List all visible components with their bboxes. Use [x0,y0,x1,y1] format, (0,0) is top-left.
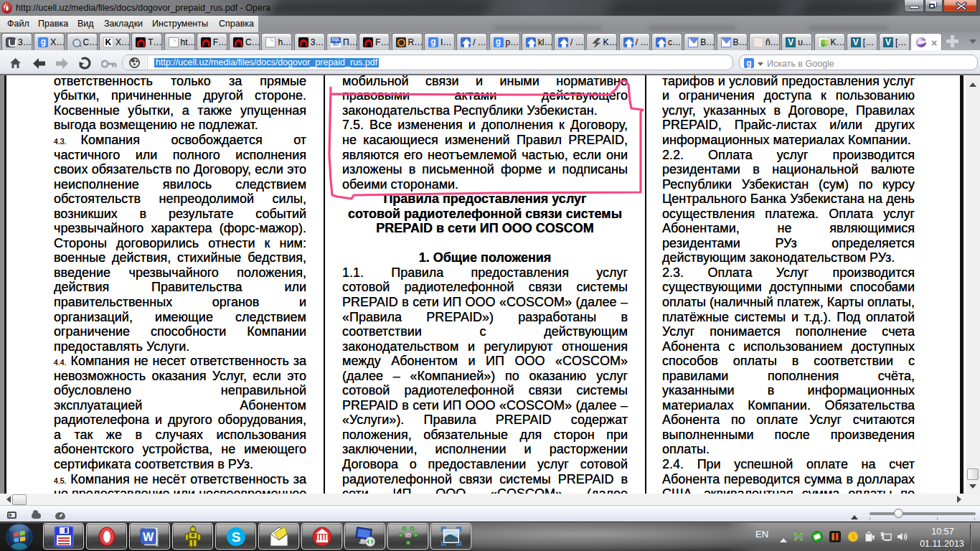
svg-text:S: S [232,529,241,545]
svg-text:IB: IB [405,532,413,539]
svg-text:W: W [143,531,154,543]
